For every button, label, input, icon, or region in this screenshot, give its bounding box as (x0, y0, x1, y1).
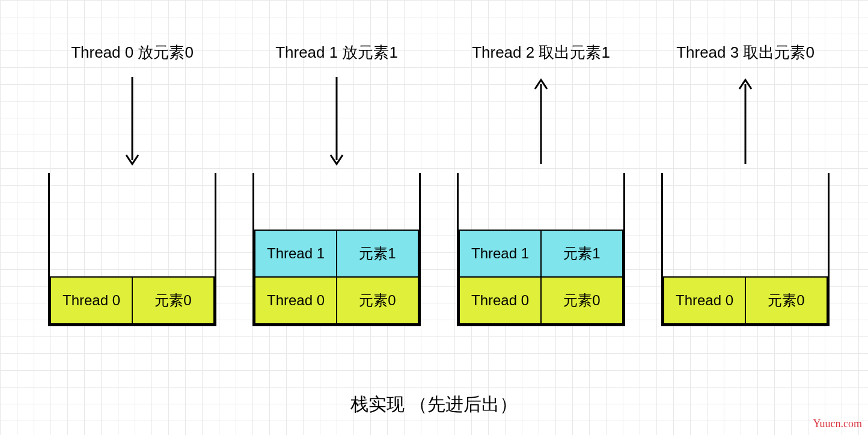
stack-bucket: Thread 0元素0 (661, 173, 830, 326)
cell-element: 元素0 (542, 278, 622, 323)
stack-row: Thread 0元素0 (663, 276, 828, 324)
snapshot-label: Thread 0 放元素0 (71, 42, 194, 63)
arrow-up-icon (736, 74, 754, 167)
stack-row: Thread 1元素1 (254, 230, 419, 278)
arrow-down-icon (123, 74, 141, 167)
arrow-up-icon (532, 74, 550, 167)
cell-thread: Thread 0 (51, 278, 133, 323)
stack-row: Thread 0元素0 (254, 276, 419, 324)
snapshot-label: Thread 3 取出元素0 (676, 42, 815, 63)
stack-snapshot: Thread 3 取出元素0 Thread 0元素0 (661, 42, 830, 326)
cell-thread: Thread 0 (664, 278, 746, 323)
cell-element: 元素0 (133, 278, 213, 323)
cell-element: 元素0 (337, 278, 418, 323)
stack-snapshot: Thread 0 放元素0 Thread 0元素0 (48, 42, 216, 326)
stack-row: Thread 0元素0 (459, 276, 623, 324)
snapshot-label: Thread 1 放元素1 (275, 42, 398, 63)
diagram-caption: 栈实现 （先进后出） (0, 392, 868, 417)
stack-bucket: Thread 1元素1Thread 0元素0 (252, 173, 421, 326)
arrow-zone (252, 68, 421, 173)
stack-row: Thread 0元素0 (50, 276, 215, 324)
cell-element: 元素1 (542, 231, 622, 276)
stack-snapshot: Thread 1 放元素1 Thread 1元素1Thread 0元素0 (252, 42, 421, 326)
stack-snapshot: Thread 2 取出元素1 Thread 1元素1Thread 0元素0 (457, 42, 625, 326)
cell-thread: Thread 0 (460, 278, 542, 323)
arrow-down-icon (328, 74, 346, 167)
arrow-zone (661, 68, 830, 173)
cell-thread: Thread 1 (460, 231, 542, 276)
stack-row: Thread 1元素1 (459, 230, 623, 278)
cell-element: 元素0 (746, 278, 827, 323)
arrow-zone (457, 68, 625, 173)
stack-bucket: Thread 0元素0 (48, 173, 216, 326)
cell-thread: Thread 1 (255, 231, 337, 276)
stack-bucket: Thread 1元素1Thread 0元素0 (457, 173, 625, 326)
watermark: Yuucn.com (813, 418, 862, 430)
cell-thread: Thread 0 (255, 278, 337, 323)
snapshot-label: Thread 2 取出元素1 (472, 42, 610, 63)
cell-element: 元素1 (337, 231, 418, 276)
arrow-zone (48, 68, 216, 173)
